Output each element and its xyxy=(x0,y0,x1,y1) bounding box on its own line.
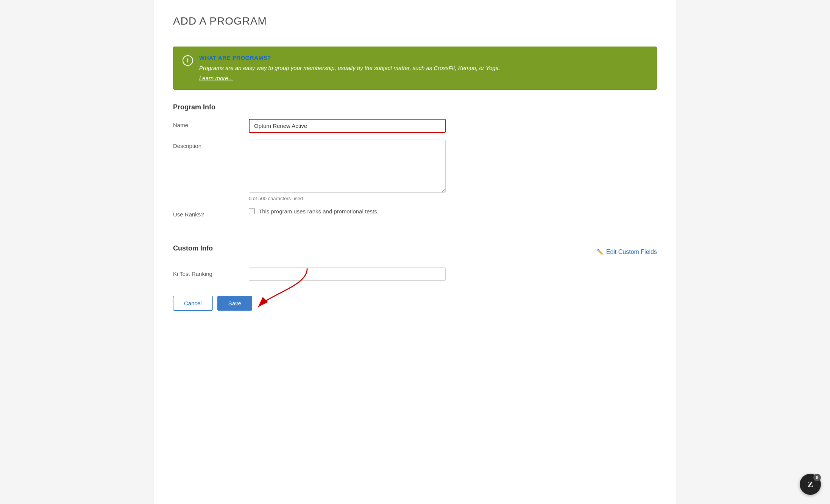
zopim-badge-count: 8 xyxy=(813,474,821,481)
learn-more-link[interactable]: Learn more... xyxy=(199,75,233,81)
info-content: WHAT ARE PROGRAMS? Programs are an easy … xyxy=(199,54,500,82)
use-ranks-row: Use Ranks? This program uses ranks and p… xyxy=(173,208,657,218)
save-button[interactable]: Save xyxy=(217,296,252,311)
ki-test-ranking-control-wrap xyxy=(249,268,446,281)
info-banner: i WHAT ARE PROGRAMS? Programs are an eas… xyxy=(173,47,657,90)
custom-info-heading: Custom Info xyxy=(173,244,213,252)
page-container: ADD A PROGRAM i WHAT ARE PROGRAMS? Progr… xyxy=(154,0,676,504)
name-label: Name xyxy=(173,119,249,128)
program-info-section: Program Info Name Description 0 of 500 c… xyxy=(173,103,657,218)
custom-info-header: Custom Info ✏️ Edit Custom Fields xyxy=(173,244,657,260)
description-control-wrap: 0 of 500 characters used xyxy=(249,140,446,201)
use-ranks-checkbox[interactable] xyxy=(249,208,255,214)
edit-custom-fields-label: Edit Custom Fields xyxy=(606,249,657,255)
program-info-heading: Program Info xyxy=(173,103,657,111)
ki-test-ranking-label: Ki Test Ranking xyxy=(173,268,249,277)
description-row: Description 0 of 500 characters used xyxy=(173,140,657,201)
info-icon: i xyxy=(183,55,193,66)
description-textarea[interactable] xyxy=(249,140,446,193)
info-banner-title: WHAT ARE PROGRAMS? xyxy=(199,54,500,61)
use-ranks-label: Use Ranks? xyxy=(173,208,249,218)
description-label: Description xyxy=(173,140,249,149)
name-row: Name xyxy=(173,119,657,133)
use-ranks-checkbox-label: This program uses ranks and promotional … xyxy=(259,208,379,215)
section-divider xyxy=(173,233,657,233)
page-title: ADD A PROGRAM xyxy=(173,15,657,35)
info-banner-description: Programs are an easy way to group your m… xyxy=(199,64,500,73)
char-count: 0 of 500 characters used xyxy=(249,196,446,201)
custom-info-section: Custom Info ✏️ Edit Custom Fields Ki Tes… xyxy=(173,244,657,281)
ki-test-ranking-input[interactable] xyxy=(249,268,446,281)
name-control-wrap xyxy=(249,119,446,133)
zopim-badge[interactable]: 8 Z xyxy=(800,474,821,495)
use-ranks-control-wrap: This program uses ranks and promotional … xyxy=(249,208,446,215)
edit-custom-fields-link[interactable]: ✏️ Edit Custom Fields xyxy=(597,249,657,255)
use-ranks-checkbox-row: This program uses ranks and promotional … xyxy=(249,208,446,215)
name-input[interactable] xyxy=(249,119,446,133)
button-row: Cancel Save xyxy=(173,296,657,311)
cancel-button[interactable]: Cancel xyxy=(173,296,213,311)
ki-test-ranking-row: Ki Test Ranking xyxy=(173,268,657,281)
pencil-icon: ✏️ xyxy=(597,249,604,255)
zopim-z-label: Z xyxy=(808,479,813,489)
